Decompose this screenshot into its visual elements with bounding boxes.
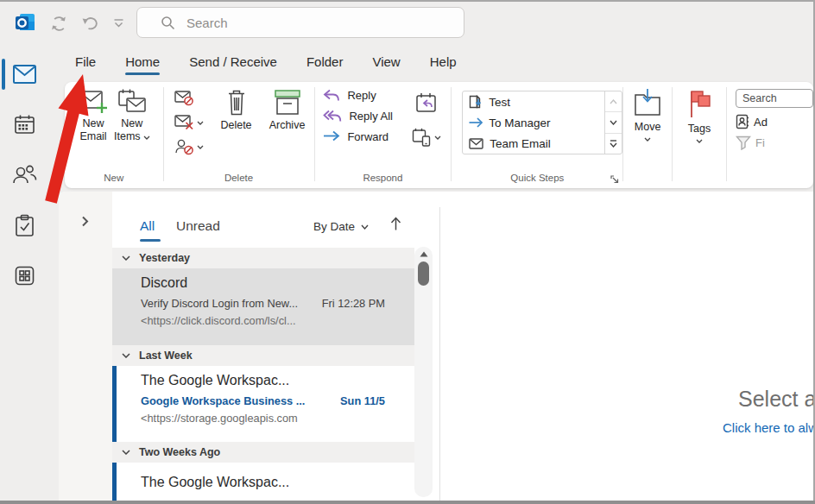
- reply-all-button[interactable]: Reply All: [323, 110, 402, 123]
- meeting-icon: [415, 92, 438, 114]
- archive-icon: [272, 89, 303, 117]
- new-email-button[interactable]: NewEmail: [78, 82, 109, 173]
- email-icon: [469, 138, 483, 149]
- filter-email-button[interactable]: Fi: [736, 135, 813, 150]
- chevron-down-icon: [197, 145, 204, 149]
- group-label-quick-steps: Quick Steps: [452, 173, 622, 188]
- move-button[interactable]: Move: [632, 82, 663, 188]
- outlook-window: { "titlebar": { "search_placeholder": "S…: [0, 0, 815, 504]
- new-items-icon: [117, 89, 147, 115]
- forward-icon: [323, 130, 340, 143]
- forward-button[interactable]: Forward: [323, 130, 402, 143]
- filter-tab-all[interactable]: All: [140, 218, 155, 234]
- email-item-google-workspace[interactable]: The Google Workspac... Google Workspace …: [112, 366, 414, 442]
- email-subject: Google Workspace Business ...: [141, 394, 305, 407]
- email-sender: The Google Workspac...: [141, 373, 289, 388]
- expand-folder-pane-button[interactable]: [78, 214, 92, 228]
- tasks-icon: [14, 214, 35, 237]
- tab-folder[interactable]: Folder: [295, 49, 355, 78]
- undo-icon[interactable]: [79, 13, 100, 34]
- window-frame-bottom: [0, 501, 815, 504]
- ignore-icon: [174, 91, 194, 106]
- group-header-two-weeks-ago[interactable]: Two Weeks Ago: [112, 442, 414, 463]
- ribbon-group-tags: Tags: [673, 82, 726, 188]
- title-bar: [0, 2, 815, 45]
- chevron-down-icon: [434, 135, 441, 140]
- chevron-down-icon: [143, 135, 150, 140]
- unread-indicator: [112, 463, 117, 504]
- reading-pane: Select an Click here to alw: [440, 192, 813, 501]
- message-list: All Unread By Date Yesterday Discord Ver…: [112, 192, 414, 501]
- email-item-discord[interactable]: Discord Verify Discord Login from New...…: [112, 268, 414, 345]
- quick-step-to-manager[interactable]: To Manager: [463, 112, 604, 133]
- email-item-google-workspace-2[interactable]: The Google Workspac...: [112, 463, 414, 504]
- group-header-last-week[interactable]: Last Week: [112, 345, 414, 366]
- sort-direction-button[interactable]: [390, 217, 401, 231]
- archive-button[interactable]: Archive: [261, 82, 314, 173]
- gallery-more-button[interactable]: [605, 134, 622, 154]
- calendar-icon: [14, 114, 35, 135]
- tags-button[interactable]: Tags: [685, 82, 713, 188]
- tab-file[interactable]: File: [64, 49, 107, 78]
- people-icon: [12, 164, 37, 185]
- search-box[interactable]: [136, 7, 464, 38]
- ribbon-group-find: Ad Fi: [727, 82, 813, 188]
- ribbon-group-delete: Delete Archive Delete: [164, 82, 314, 188]
- reply-icon: [323, 89, 340, 102]
- scrollbar-up-arrow[interactable]: [414, 251, 433, 257]
- meeting-button[interactable]: [415, 92, 438, 114]
- new-email-icon: [78, 89, 109, 115]
- delete-button[interactable]: Delete: [212, 82, 261, 173]
- sidebar-item-people[interactable]: [0, 155, 48, 193]
- quick-step-test[interactable]: Test: [463, 91, 604, 112]
- sidebar-item-tasks[interactable]: [0, 206, 48, 244]
- navigation-sidebar: [0, 45, 48, 504]
- ignore-button[interactable]: [174, 90, 212, 107]
- clean-up-icon: [174, 115, 194, 130]
- quick-steps-gallery: Test To Manager Team Email: [462, 91, 622, 154]
- address-book-button[interactable]: Ad: [736, 114, 813, 129]
- junk-icon: [174, 139, 194, 155]
- chevron-down-icon: [696, 139, 703, 143]
- filter-tab-unread[interactable]: Unread: [176, 218, 220, 234]
- reading-pane-message: Select an: [738, 387, 815, 412]
- tab-view[interactable]: View: [361, 49, 411, 78]
- sort-by-date-button[interactable]: By Date: [313, 220, 369, 233]
- search-input[interactable]: [186, 16, 428, 30]
- message-list-scrollbar[interactable]: [414, 247, 433, 497]
- email-time: Sun 11/5: [333, 394, 385, 407]
- reading-pane-link[interactable]: Click here to alw: [723, 420, 815, 435]
- send-receive-sync-icon[interactable]: [48, 13, 69, 34]
- tab-send-receive[interactable]: Send / Receive: [178, 49, 288, 78]
- filter-funnel-icon: [736, 135, 751, 150]
- flag-tags-icon: [685, 89, 713, 120]
- message-list-header: All Unread By Date: [112, 192, 414, 248]
- group-header-yesterday[interactable]: Yesterday: [112, 248, 414, 268]
- tab-home[interactable]: Home: [114, 49, 171, 78]
- search-icon: [161, 16, 175, 30]
- clean-up-button[interactable]: [174, 114, 212, 131]
- respond-more-button[interactable]: [412, 128, 441, 147]
- tab-help[interactable]: Help: [419, 49, 468, 78]
- gallery-scroll-up-button[interactable]: [605, 91, 622, 112]
- customize-quick-access-toolbar-icon[interactable]: [111, 17, 125, 29]
- scrollbar-thumb[interactable]: [418, 261, 429, 286]
- main-content: All Unread By Date Yesterday Discord Ver…: [59, 192, 813, 501]
- sidebar-item-mail[interactable]: [0, 55, 48, 93]
- gallery-scroll-down-button[interactable]: [605, 112, 622, 133]
- search-people-input[interactable]: [742, 92, 803, 104]
- quick-step-team-email[interactable]: Team Email: [463, 133, 604, 154]
- email-sender: Discord: [141, 275, 187, 291]
- chevron-down-icon: [122, 353, 130, 358]
- sidebar-item-calendar[interactable]: [0, 105, 48, 143]
- forward-arrow-icon: [469, 117, 483, 128]
- junk-button[interactable]: [174, 138, 212, 155]
- sidebar-item-more-apps[interactable]: [0, 256, 48, 294]
- chevron-down-icon: [644, 137, 651, 142]
- reply-button[interactable]: Reply: [323, 89, 402, 102]
- search-people-box[interactable]: [736, 89, 813, 108]
- move-folder-icon: [632, 89, 663, 118]
- chevron-down-icon: [361, 224, 369, 230]
- quick-steps-dialog-launcher[interactable]: [610, 175, 620, 185]
- new-items-button[interactable]: NewItems: [114, 82, 150, 173]
